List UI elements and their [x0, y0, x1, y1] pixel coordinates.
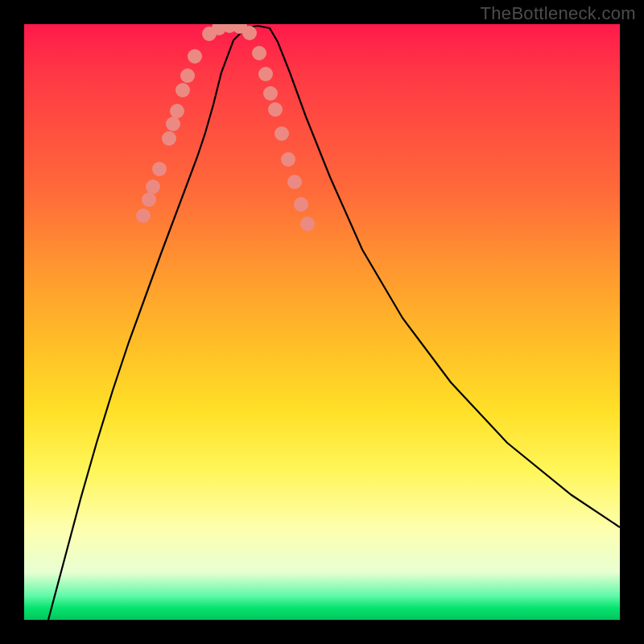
- curve-marker: [170, 104, 184, 118]
- curve-marker: [180, 68, 195, 83]
- curve-marker: [263, 86, 278, 101]
- bottleneck-curve: [48, 26, 620, 620]
- curve-marker: [152, 162, 167, 176]
- curve-marker: [294, 197, 308, 212]
- curve-marker: [275, 126, 289, 141]
- curve-marker: [175, 83, 190, 97]
- curve-marker: [142, 192, 156, 207]
- curve-marker: [242, 26, 257, 40]
- curve-marker: [300, 217, 315, 231]
- curve-marker: [252, 46, 266, 60]
- curve-marker: [188, 49, 202, 64]
- curve-marker: [268, 102, 283, 117]
- watermark-text: TheBottleneck.com: [481, 3, 636, 24]
- plot-area: [24, 24, 620, 620]
- chart-frame: TheBottleneck.com: [0, 0, 644, 644]
- curve-marker: [258, 67, 273, 81]
- curve-marker: [287, 175, 302, 189]
- curve-marker: [136, 208, 151, 223]
- curve-marker: [166, 117, 180, 131]
- curve-marker: [146, 180, 160, 194]
- curve-marker: [162, 131, 176, 146]
- curve-markers: [136, 24, 315, 231]
- curve-marker: [281, 152, 295, 167]
- curve-svg: [24, 24, 620, 620]
